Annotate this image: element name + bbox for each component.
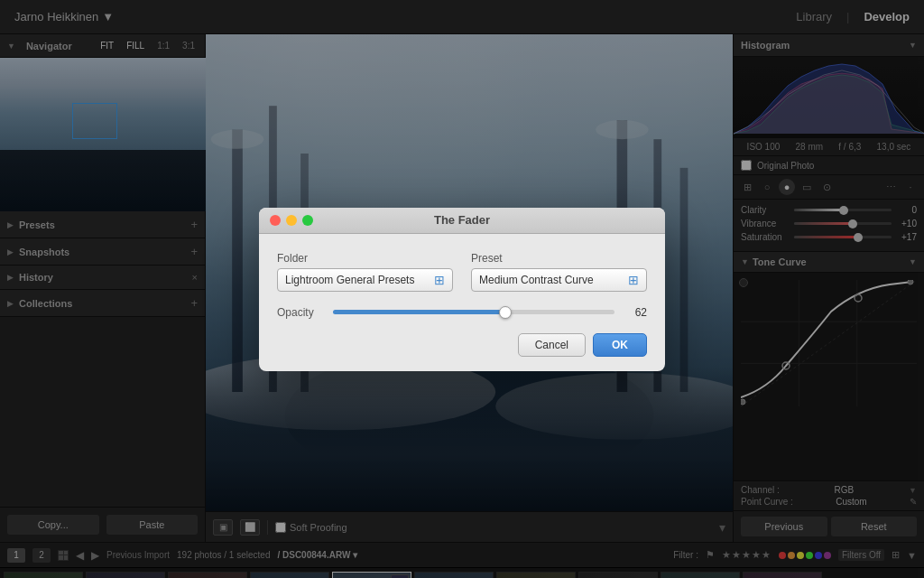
dialog-title: The Fader [434, 213, 490, 227]
minimize-window-btn[interactable] [286, 215, 297, 226]
dialog-fields-row: Folder Lightroom General Presets ⊞ Prese… [277, 252, 647, 292]
opacity-label: Opacity [277, 306, 322, 319]
opacity-thumb[interactable] [499, 306, 512, 319]
preset-label: Preset [471, 252, 647, 265]
preset-select[interactable]: Medium Contrast Curve ⊞ [471, 268, 647, 292]
opacity-slider[interactable] [333, 310, 614, 314]
folder-col: Folder Lightroom General Presets ⊞ [277, 252, 453, 292]
folder-value: Lightroom General Presets [285, 274, 414, 286]
opacity-value: 62 [625, 306, 647, 319]
preset-col: Preset Medium Contrast Curve ⊞ [471, 252, 647, 292]
dialog-buttons: Cancel OK [277, 333, 647, 357]
folder-dropdown-icon[interactable]: ⊞ [434, 273, 445, 287]
preset-value: Medium Contrast Curve [479, 274, 594, 286]
dialog-body: Folder Lightroom General Presets ⊞ Prese… [259, 234, 665, 371]
opacity-row: Opacity 62 [277, 306, 647, 319]
dialog-overlay[interactable]: The Fader Folder Lightroom General Prese… [0, 0, 924, 578]
folder-label: Folder [277, 252, 453, 265]
dialog: The Fader Folder Lightroom General Prese… [259, 208, 665, 371]
cancel-button[interactable]: Cancel [518, 333, 586, 357]
maximize-window-btn[interactable] [302, 215, 313, 226]
ok-button[interactable]: OK [593, 333, 647, 357]
dialog-titlebar: The Fader [259, 208, 665, 234]
preset-dropdown-icon[interactable]: ⊞ [628, 273, 639, 287]
folder-select[interactable]: Lightroom General Presets ⊞ [277, 268, 453, 292]
close-window-btn[interactable] [270, 215, 281, 226]
